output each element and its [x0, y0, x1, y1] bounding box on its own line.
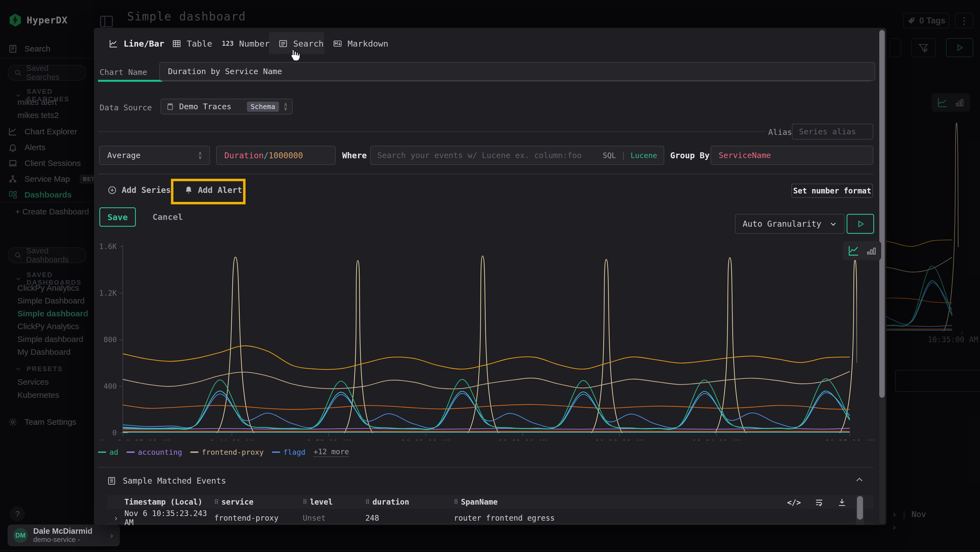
- schema-badge: Schema: [247, 102, 279, 112]
- tab-label: Table: [187, 39, 212, 48]
- chart-name-label: Chart Name: [100, 67, 147, 77]
- tab-label: Markdown: [348, 39, 388, 48]
- column-header-level[interactable]: ⠿level: [303, 498, 365, 506]
- sql-toggle[interactable]: SQL: [603, 151, 616, 160]
- row-expand-chevron[interactable]: ›: [108, 513, 124, 523]
- add-series-label: Add Series: [122, 185, 171, 195]
- svg-text:9:52:00 AM: 9:52:00 AM: [307, 439, 351, 440]
- legend-item[interactable]: frontend-proxy: [190, 448, 264, 456]
- expression-token: Duration: [224, 151, 264, 160]
- tab-label: Search: [293, 39, 324, 48]
- column-header-service[interactable]: ⠿service: [214, 498, 303, 506]
- drag-handle-icon[interactable]: ⠿: [365, 499, 369, 506]
- legend-color-swatch: [98, 451, 106, 453]
- add-series-button[interactable]: Add Series: [108, 185, 171, 195]
- add-alert-button[interactable]: Add Alert: [184, 185, 242, 195]
- set-number-format-button[interactable]: Set number format: [791, 183, 873, 198]
- expression-token: 1000000: [269, 151, 303, 160]
- sample-events-header: Sample Matched Events: [107, 476, 226, 485]
- tab-label: Line/Bar: [124, 39, 164, 48]
- download-icon[interactable]: [837, 498, 846, 507]
- legend-color-swatch: [190, 451, 199, 453]
- where-search-input[interactable]: Search your events w/ Lucene ex. column:…: [370, 146, 664, 165]
- alias-input[interactable]: Series alias: [792, 124, 873, 139]
- drag-handle-icon[interactable]: ⠿: [303, 499, 307, 506]
- user-info: Dale McDiarmid demo-service -: [33, 527, 92, 544]
- legend-more-link[interactable]: +12 more: [313, 447, 349, 457]
- collapse-events-button[interactable]: [855, 475, 864, 485]
- legend-color-swatch: [272, 451, 280, 453]
- where-placeholder: Search your events w/ Lucene ex. column:…: [377, 151, 582, 160]
- events-table: Timestamp (Local)⠿service⠿level⠿duration…: [108, 495, 874, 525]
- legend-color-swatch: [127, 451, 135, 453]
- tab-markdown[interactable]: Markdown: [333, 33, 382, 54]
- legend-item[interactable]: ad: [98, 448, 118, 456]
- cell: Unset: [303, 514, 365, 523]
- cell: frontend-proxy: [214, 514, 303, 523]
- aggregation-select[interactable]: Average ∧∨: [99, 146, 210, 165]
- separator: |: [621, 151, 625, 160]
- svg-text:10:35:00 AM: 10:35:00 AM: [826, 439, 874, 440]
- lucene-toggle[interactable]: Lucene: [630, 151, 657, 160]
- svg-text:10:00:00 AM: 10:00:00 AM: [401, 439, 450, 440]
- table-row[interactable]: ›Nov 6 10:35:23.243 AMfrontend-proxyUnse…: [108, 524, 874, 525]
- timeseries-chart[interactable]: 04008001.2K1.6KNov 6 9:35:00 AM9:44:00 A…: [98, 241, 882, 440]
- line-chart-icon: [848, 245, 860, 257]
- save-button[interactable]: Save: [99, 207, 136, 227]
- alias-label: Alias: [768, 128, 792, 137]
- plus-circle-icon: [108, 185, 117, 195]
- set-number-format-label: Set number format: [793, 187, 871, 195]
- data-source-select[interactable]: Demo Traces Schema ∧∨: [161, 99, 293, 115]
- group-by-input[interactable]: ServiceName: [711, 146, 873, 165]
- column-header-timestamp-local-[interactable]: Timestamp (Local): [124, 498, 214, 506]
- svg-text:800: 800: [103, 335, 117, 344]
- chevron-right-icon: ›: [109, 530, 115, 541]
- legend-item[interactable]: accounting: [127, 448, 182, 456]
- cancel-button[interactable]: Cancel: [153, 212, 183, 222]
- svg-text:400: 400: [103, 382, 117, 391]
- table-row[interactable]: ›Nov 6 10:35:23.243 AMfrontend-proxyUnse…: [108, 509, 874, 524]
- events-scrollbar[interactable]: [856, 495, 864, 525]
- drag-handle-icon[interactable]: ⠿: [214, 499, 218, 506]
- user-card[interactable]: DM Dale McDiarmid demo-service - ›: [8, 525, 120, 546]
- legend-label: frontend-proxy: [202, 448, 264, 456]
- chart-name-input[interactable]: Duration by Service Name: [159, 62, 875, 81]
- chart-editor-modal: Line/BarTable123NumberSearchMarkdown Cha…: [94, 28, 886, 525]
- expression-input[interactable]: Duration/1000000: [216, 146, 336, 165]
- svg-text:10:24:00 AM: 10:24:00 AM: [692, 439, 741, 440]
- number-icon: 123: [222, 40, 234, 48]
- svg-text:1.6K: 1.6K: [99, 242, 117, 250]
- legend-item[interactable]: flagd: [272, 448, 305, 456]
- active-tab-indicator: [98, 80, 162, 82]
- chart-name-value: Duration by Service Name: [168, 67, 282, 76]
- code-icon[interactable]: </>: [787, 498, 801, 507]
- modal-scrollbar-thumb[interactable]: [879, 30, 885, 398]
- divider: [98, 174, 873, 174]
- user-org: demo-service -: [33, 535, 92, 544]
- expression-token: /: [264, 151, 269, 160]
- chevron-down-icon: [829, 220, 837, 228]
- tab-number[interactable]: 123Number: [222, 33, 264, 54]
- granularity-value: Auto Granularity: [743, 219, 821, 228]
- list-icon: [107, 476, 116, 485]
- column-label: SpanName: [461, 498, 498, 506]
- alias-placeholder: Series alias: [799, 127, 856, 136]
- sample-events-title: Sample Matched Events: [123, 476, 226, 485]
- svg-text:Nov 6 9:35:00 AM: Nov 6 9:35:00 AM: [99, 439, 170, 440]
- add-alert-label: Add Alert: [198, 185, 242, 195]
- granularity-select[interactable]: Auto Granularity: [735, 214, 845, 234]
- run-query-button[interactable]: [846, 214, 874, 234]
- wrap-text-icon[interactable]: [815, 498, 824, 507]
- drag-handle-icon[interactable]: ⠿: [454, 499, 458, 506]
- column-header-duration[interactable]: ⠿duration: [365, 498, 454, 506]
- line-chart-icon: [109, 39, 118, 48]
- chart-type-toggle[interactable]: [843, 241, 881, 260]
- select-chevrons-icon: ∧∨: [199, 151, 202, 160]
- cell: Nov 6 10:35:23.243 AM: [124, 524, 214, 525]
- svg-text:10:08:00 AM: 10:08:00 AM: [498, 439, 547, 440]
- tab-table[interactable]: Table: [172, 33, 207, 54]
- tab-line-bar[interactable]: Line/Bar: [109, 33, 159, 54]
- expression-value: Duration/1000000: [224, 151, 303, 160]
- cell: Nov 6 10:35:23.243 AM: [124, 509, 214, 525]
- play-icon: [856, 220, 865, 228]
